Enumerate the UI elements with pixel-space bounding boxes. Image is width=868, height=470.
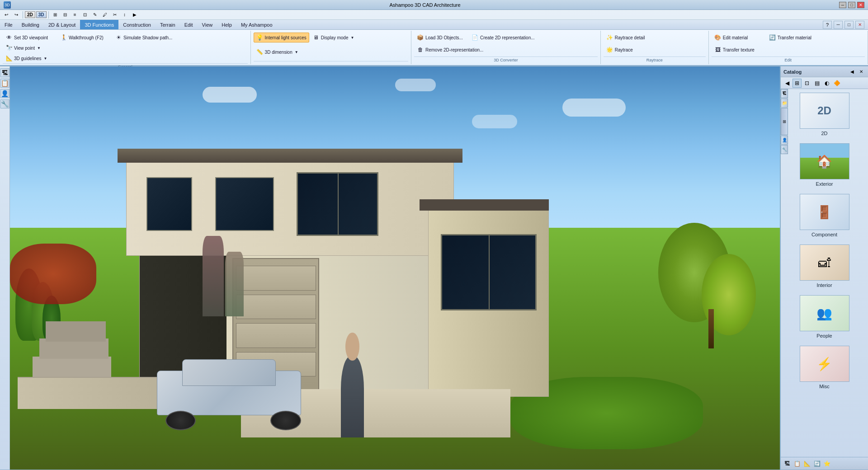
close-button[interactable]: ✕ <box>857 2 864 8</box>
viewport[interactable] <box>10 66 780 470</box>
minimize-button[interactable]: ─ <box>839 2 846 8</box>
walkthrough-button[interactable]: 🚶 Walkthrough (F2) <box>57 33 112 42</box>
walkthrough-icon: 🚶 <box>60 34 67 41</box>
left-tab-2[interactable]: 📋 <box>0 79 9 88</box>
catalog-item-people[interactable]: 👥 People <box>797 295 852 338</box>
transfer-texture-button[interactable]: 🖼 Transfer texture <box>712 45 766 55</box>
view-point-button[interactable]: 🔭 View point ▼ <box>3 43 43 53</box>
menu-construction[interactable]: Construction <box>118 20 156 29</box>
minimize-panel-button[interactable]: ─ <box>834 21 843 29</box>
toolbar-btn-5[interactable]: ✎ <box>90 11 99 19</box>
3d-guidelines-button[interactable]: 📐 3D guidelines ▼ <box>3 53 50 63</box>
quick-undo-button[interactable]: ↩ <box>2 11 11 19</box>
menu-bar: File Building 2D & Layout 3D Functions C… <box>0 20 868 30</box>
toolbar-btn-1[interactable]: ⊞ <box>51 11 60 19</box>
trees-right <box>595 87 764 349</box>
quick-toolbar: ↩ ↪ 2D 3D ⊞ ⊟ ≡ ⊡ ✎ 🖊 ✂ ↕ ▶ <box>0 10 868 20</box>
edit-material-button[interactable]: 🎨 Edit material <box>712 33 766 42</box>
left-tab-settings[interactable]: 🔧 <box>0 99 9 108</box>
edit-material-icon: 🎨 <box>714 34 722 41</box>
quick-redo-button[interactable]: ↪ <box>12 11 21 19</box>
catalog-bottom-btn-1[interactable]: 🏗 <box>783 459 792 468</box>
app-title: Ashampoo 3D CAD Architecture <box>389 2 460 8</box>
light-icon: 💡 <box>256 34 264 41</box>
catalog-item-exterior[interactable]: 🏠 Exterior <box>797 143 852 187</box>
ribbon-group-lights: 💡 Internal light sources 🖥 Display mode … <box>251 31 411 64</box>
help-icon[interactable]: ? <box>823 21 832 29</box>
ribbon-content: 👁 Set 3D viewpoint 🚶 Walkthrough (F2) ☀ … <box>0 30 868 66</box>
ribbon-group-general: 👁 Set 3D viewpoint 🚶 Walkthrough (F2) ☀ … <box>0 31 251 64</box>
catalog-item-component[interactable]: 🚪 Component <box>797 194 852 237</box>
catalog-tab-5[interactable]: 🔶 <box>832 79 841 88</box>
toolbar-btn-7[interactable]: ✂ <box>110 11 119 19</box>
catalog-thumb-interior: 🛋 <box>800 244 849 281</box>
right-panel-tab-1[interactable]: 🏗 <box>781 89 788 98</box>
toolbar-btn-6[interactable]: 🖊 <box>100 11 109 19</box>
menu-my-ashampoo[interactable]: My Ashampoo <box>236 20 277 29</box>
catalog-label-misc: Misc <box>819 384 830 389</box>
menu-2d-layout[interactable]: 2D & Layout <box>44 20 80 29</box>
catalog-toolbar: ◀ ⊞ ⊡ ▤ ◐ 🔶 <box>781 77 868 89</box>
catalog-item-interior[interactable]: 🛋 Interior <box>797 244 852 288</box>
remove-2d-representation-button[interactable]: 🗑 Remove 2D-representation... <box>414 45 486 55</box>
catalog-item-misc[interactable]: ⚡ Misc <box>797 346 852 389</box>
internal-light-sources-button[interactable]: 💡 Internal light sources <box>254 33 309 42</box>
maximize-button[interactable]: □ <box>848 2 855 8</box>
left-tab-person[interactable]: 👤 <box>0 89 9 98</box>
menu-3d-functions[interactable]: 3D Functions <box>80 20 118 29</box>
catalog-items: 2D 2D 🏠 Exterior 🚪 Component <box>781 89 868 457</box>
load-3d-icon: 📦 <box>417 34 424 41</box>
menu-view[interactable]: View <box>198 20 217 29</box>
shadow-icon: ☀ <box>115 34 122 41</box>
mode-2d-button[interactable]: 2D <box>25 11 35 18</box>
menu-terrain[interactable]: Terrain <box>156 20 180 29</box>
3d-dimension-button[interactable]: 📏 3D dimension ▼ <box>254 47 308 57</box>
display-mode-button[interactable]: 🖥 Display mode ▼ <box>310 33 364 42</box>
catalog-bottom-btn-2[interactable]: 📋 <box>793 459 802 468</box>
right-panel-tab-4[interactable]: 👤 <box>781 136 788 145</box>
person-car <box>341 357 364 437</box>
catalog-nav-left[interactable]: ◀ <box>783 79 792 88</box>
menu-file[interactable]: File <box>0 20 17 29</box>
toolbar-btn-9[interactable]: ▶ <box>130 11 139 19</box>
toolbar-btn-8[interactable]: ↕ <box>120 11 129 19</box>
display-mode-icon: 🖥 <box>312 34 320 41</box>
toolbar-btn-4[interactable]: ⊡ <box>80 11 90 19</box>
catalog-tab-4[interactable]: ◐ <box>822 79 831 88</box>
load-3d-objects-button[interactable]: 📦 Load 3D Objects... <box>414 33 468 42</box>
toolbar-btn-2[interactable]: ⊟ <box>61 11 70 19</box>
window-upper-1 <box>146 177 192 231</box>
catalog-tab-2[interactable]: ⊡ <box>802 79 811 88</box>
raytrace-button[interactable]: 🌟 Raytrace <box>604 45 658 55</box>
set-3d-viewpoint-button[interactable]: 👁 Set 3D viewpoint <box>3 33 57 42</box>
simulate-shadow-button[interactable]: ☀ Simulate Shadow path... <box>112 33 175 42</box>
catalog-tab-3[interactable]: ▤ <box>812 79 821 88</box>
catalog-label-component: Component <box>811 232 837 237</box>
menu-edit[interactable]: Edit <box>180 20 198 29</box>
menu-building[interactable]: Building <box>17 20 44 29</box>
create-2d-icon: 📄 <box>472 34 479 41</box>
left-tab-1[interactable]: 🏗 <box>0 68 9 77</box>
raytrace-detail-button[interactable]: ✨ Raytrace detail <box>604 33 658 42</box>
right-panel-tab-5[interactable]: 🔧 <box>781 145 788 154</box>
catalog-bottom-bar: 🏗 📋 📐 🔄 ⭐ <box>781 457 868 470</box>
restore-panel-button[interactable]: □ <box>844 21 854 29</box>
ribbon-group-raytrace: ✨ Raytrace detail 🌟 Raytrace Raytrace <box>601 31 709 64</box>
catalog-back-button[interactable]: ◀ <box>848 68 856 76</box>
catalog-bottom-btn-3[interactable]: 📐 <box>802 459 811 468</box>
catalog-close-button[interactable]: ✕ <box>857 68 865 76</box>
create-2d-representation-button[interactable]: 📄 Create 2D representation... <box>469 33 538 42</box>
catalog-label-2d: 2D <box>821 131 827 136</box>
mode-3d-button[interactable]: 3D <box>36 11 47 18</box>
catalog-tab-1[interactable]: ⊞ <box>793 79 802 88</box>
window-upper-2 <box>215 177 274 231</box>
catalog-bottom-btn-4[interactable]: 🔄 <box>812 459 821 468</box>
catalog-item-2d[interactable]: 2D 2D <box>797 93 852 136</box>
right-panel-tab-3[interactable]: ⊞ <box>781 108 788 135</box>
catalog-bottom-btn-5[interactable]: ⭐ <box>822 459 831 468</box>
close-panel-button[interactable]: ✕ <box>855 21 864 29</box>
transfer-material-button[interactable]: 🔄 Transfer material <box>766 33 821 42</box>
menu-help[interactable]: Help <box>217 20 236 29</box>
right-panel-tab-2[interactable]: 📁 <box>781 99 788 108</box>
toolbar-btn-3[interactable]: ≡ <box>71 11 80 19</box>
